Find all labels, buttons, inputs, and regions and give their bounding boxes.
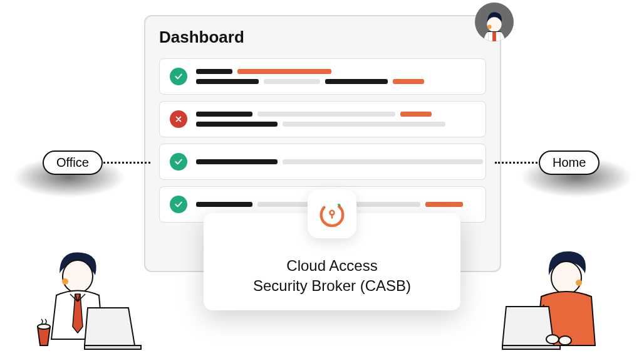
svg-point-1	[487, 24, 492, 29]
svg-point-7	[63, 260, 93, 293]
row-content	[196, 112, 475, 127]
svg-point-8	[62, 278, 68, 285]
casb-title-line1: Cloud Access	[219, 256, 445, 276]
dashboard-row	[159, 144, 486, 180]
casb-title: Cloud Access Security Broker (CASB)	[219, 256, 445, 297]
row-content	[196, 69, 475, 84]
svg-point-11	[576, 280, 582, 286]
svg-point-9	[38, 324, 50, 329]
user-avatar-icon	[475, 3, 514, 41]
pill-label: Office	[56, 155, 89, 169]
casb-card: Cloud Access Security Broker (CASB)	[204, 213, 460, 310]
svg-point-13	[559, 336, 571, 345]
svg-rect-3	[492, 32, 496, 41]
svg-point-0	[487, 17, 501, 31]
pill-label: Home	[553, 155, 586, 169]
office-worker-illustration	[25, 245, 144, 352]
page-title: Dashboard	[159, 28, 486, 47]
check-icon	[170, 196, 187, 213]
svg-rect-6	[331, 214, 333, 219]
home-worker-illustration	[500, 245, 619, 352]
casb-title-line2: Security Broker (CASB)	[219, 276, 445, 296]
check-icon	[170, 153, 187, 171]
row-content	[196, 159, 483, 164]
dashboard-row	[159, 58, 486, 95]
casb-logo-icon	[308, 189, 356, 238]
dashboard-row	[159, 101, 486, 137]
svg-point-10	[551, 261, 581, 294]
check-icon	[170, 68, 187, 85]
connector-line	[495, 162, 545, 164]
location-pill-home: Home	[539, 150, 600, 175]
connector-line	[100, 162, 150, 164]
location-pill-office: Office	[43, 150, 103, 175]
svg-point-12	[546, 335, 559, 344]
cross-icon	[170, 110, 187, 128]
